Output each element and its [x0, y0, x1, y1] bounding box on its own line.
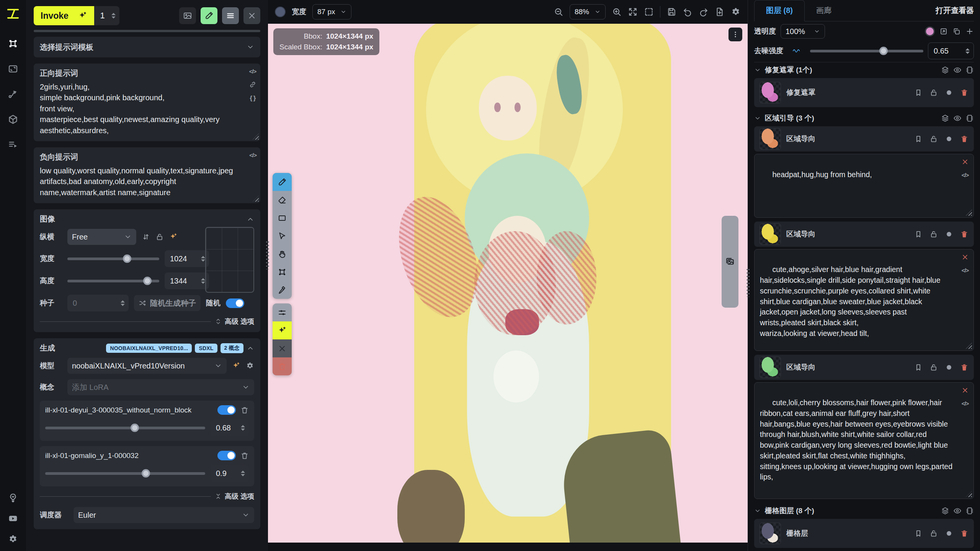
tool-delete[interactable] [273, 357, 292, 375]
code-icon[interactable]: </> [249, 152, 256, 158]
queue-count-steppers[interactable] [111, 13, 116, 19]
zoom-out-icon[interactable] [554, 7, 564, 17]
tool-eyedropper[interactable] [273, 281, 292, 299]
denoise-curve-icon[interactable] [788, 47, 805, 55]
fit-layer-icon[interactable] [939, 27, 948, 36]
code-icon[interactable]: </> [249, 68, 256, 75]
cancel-button[interactable] [243, 7, 260, 24]
seed-steppers[interactable] [120, 300, 126, 306]
random-seed-button[interactable]: 随机生成种子 [134, 295, 201, 311]
queue-count-stepper[interactable]: 1 [94, 6, 119, 25]
eye-icon[interactable] [953, 114, 962, 122]
regional-layer-row[interactable]: 区域导向 [754, 355, 974, 380]
zoom-in-icon[interactable] [612, 7, 622, 17]
bookmark-icon[interactable] [914, 135, 923, 143]
invoke-button[interactable]: Invoke [34, 6, 94, 25]
negative-prompt-input[interactable]: low quality,worst quality,normal quality… [40, 165, 242, 198]
unlock-icon[interactable] [929, 230, 938, 238]
undo-icon[interactable] [683, 7, 693, 17]
height-input[interactable]: 1344 [165, 272, 209, 289]
frame-icon[interactable] [965, 507, 974, 515]
tool-rect[interactable] [273, 209, 292, 227]
unlock-icon[interactable] [929, 88, 938, 97]
image-mode-button[interactable] [179, 7, 196, 24]
new-canvas-icon[interactable] [715, 7, 725, 17]
advanced-options-toggle[interactable]: 高级 选项 [215, 317, 254, 326]
braces-icon[interactable]: { } [250, 95, 256, 102]
remove-prompt-icon[interactable] [961, 158, 969, 166]
lora-weight-steppers[interactable] [240, 471, 246, 476]
brush-mode-button[interactable] [201, 7, 217, 24]
optimize-size-icon[interactable] [169, 233, 178, 241]
bookmark-icon[interactable] [914, 88, 923, 97]
unlock-icon[interactable] [929, 363, 938, 372]
resize-handle[interactable] [966, 343, 972, 349]
regional-prompt-input[interactable]: cute,ahoge,silver hair,blue hair,gradien… [754, 249, 974, 351]
trash-icon[interactable] [960, 88, 969, 97]
lora-weight-input[interactable]: 0.68 [211, 419, 249, 436]
layers-icon[interactable] [941, 507, 949, 515]
collapse-icon[interactable] [247, 215, 254, 223]
tab-layers[interactable]: 图层 (8) [754, 0, 805, 21]
gallery-handle[interactable] [722, 216, 738, 308]
redo-icon[interactable] [699, 7, 709, 17]
width-slider[interactable] [67, 254, 159, 263]
bookmark-icon[interactable] [914, 363, 923, 372]
resize-handle[interactable] [253, 134, 259, 140]
panel-scroll-bar[interactable] [34, 30, 260, 32]
remove-prompt-icon[interactable] [961, 253, 969, 261]
model-sparkle-icon[interactable] [232, 362, 240, 370]
color-dot-icon[interactable] [945, 529, 953, 538]
lora-weight-slider[interactable] [45, 469, 205, 478]
code-icon[interactable]: </> [962, 399, 969, 408]
collapse-icon[interactable] [247, 344, 254, 352]
scheduler-select[interactable]: Euler [74, 507, 254, 523]
inpaint-section-header[interactable]: 修复遮罩 (1个) [754, 62, 974, 78]
tool-select[interactable] [273, 227, 292, 245]
settings-icon[interactable] [8, 534, 18, 544]
tool-brush[interactable] [273, 173, 292, 191]
eye-icon[interactable] [953, 66, 962, 74]
link-icon[interactable] [249, 81, 256, 88]
opacity-select[interactable]: 100% [781, 24, 825, 39]
frame-icon[interactable] [965, 114, 974, 122]
tool-filter[interactable] [273, 303, 292, 321]
raster-layer-row[interactable]: 栅格层 [754, 519, 974, 548]
canvas-menu-button[interactable] [728, 28, 742, 41]
regional-layer-row[interactable]: 区域导向 [754, 222, 974, 247]
zoom-select[interactable]: 88% [570, 4, 606, 20]
bookmark-icon[interactable] [914, 529, 923, 538]
swap-dimensions-icon[interactable] [142, 233, 150, 241]
workflows-tab-icon[interactable] [8, 89, 18, 99]
tool-cancel[interactable] [273, 339, 292, 357]
random-seed-toggle[interactable] [226, 298, 244, 308]
trash-icon[interactable] [960, 363, 969, 372]
support-icon[interactable] [8, 493, 18, 503]
lora-weight-input[interactable]: 0.9 [211, 465, 249, 482]
unlock-icon[interactable] [929, 529, 938, 538]
seed-input[interactable]: 0 [67, 295, 129, 311]
youtube-icon[interactable] [8, 514, 18, 523]
color-dot-icon[interactable] [945, 88, 953, 97]
lora-weight-steppers[interactable] [240, 425, 246, 431]
lora-toggle[interactable] [217, 405, 236, 415]
tool-pan[interactable] [273, 245, 292, 263]
viewer-tab-icon[interactable] [8, 64, 18, 74]
queue-tab-icon[interactable] [8, 139, 18, 150]
tab-gallery[interactable]: 画廊 [805, 0, 843, 21]
canvas-tab-icon[interactable] [8, 38, 18, 49]
regional-prompt-input[interactable]: cute,loli,cherry blossoms,hair flower,pi… [754, 382, 974, 499]
duplicate-layer-icon[interactable] [952, 27, 961, 36]
height-slider[interactable] [67, 277, 159, 285]
width-input[interactable]: 1024 [165, 250, 209, 267]
trash-icon[interactable] [960, 529, 969, 538]
add-lora-select[interactable]: 添加 LoRA [67, 379, 254, 395]
canvas-viewport[interactable]: Bbox: 1024×1344 px Scaled Bbox: 1024×134… [268, 24, 748, 543]
gen-advanced-options-toggle[interactable]: 高级 选项 [215, 492, 254, 501]
bookmark-icon[interactable] [914, 230, 923, 238]
inpaint-mask-row[interactable]: 修复遮罩 [754, 78, 974, 107]
trash-icon[interactable] [960, 135, 969, 143]
resize-handle[interactable] [966, 491, 972, 497]
brush-width-select[interactable]: 87 px [312, 4, 351, 20]
color-dot-icon[interactable] [945, 230, 953, 238]
